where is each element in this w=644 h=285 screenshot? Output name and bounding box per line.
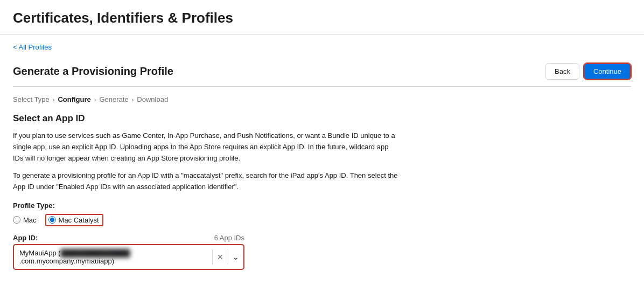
app-id-label-row: App ID: 6 App IDs	[13, 234, 244, 242]
radio-group: Mac Mac Catalyst	[13, 214, 631, 226]
radio-mac-label: Mac	[23, 216, 37, 224]
content-area: < All Profiles Generate a Provisioning P…	[0, 34, 644, 270]
app-id-blurred: ██████████████	[61, 249, 130, 257]
app-id-label: App ID:	[13, 234, 38, 242]
app-id-clear-button[interactable]: ✕	[213, 251, 228, 263]
radio-mac-input[interactable]	[13, 216, 20, 224]
step-configure: Configure	[58, 95, 90, 103]
breadcrumb: < All Profiles	[13, 34, 631, 57]
step-select-type: Select Type	[13, 95, 50, 103]
steps-row: Select Type › Configure › Generate › Dow…	[13, 87, 631, 113]
app-id-suffix: .com.mycompany.mymauiapp)	[19, 257, 114, 265]
app-id-section: App ID: 6 App IDs MyMauiApp (███████████…	[13, 234, 631, 270]
chevron-icon-2: ›	[94, 96, 96, 103]
select-app-id-title: Select an App ID	[13, 113, 631, 124]
app-id-value: MyMauiApp (██████████████.com.mycompany.…	[14, 245, 212, 269]
app-id-dropdown-button[interactable]: ⌄	[228, 251, 243, 263]
button-group: Back Continue	[545, 63, 631, 80]
chevron-down-icon: ⌄	[233, 253, 239, 261]
step-generate: Generate	[99, 95, 128, 103]
page-title: Certificates, Identifiers & Profiles	[13, 10, 631, 26]
chevron-icon-1: ›	[53, 96, 55, 103]
app-id-count: 6 App IDs	[214, 234, 244, 242]
section-title: Generate a Provisioning Profile	[13, 65, 173, 78]
description-1: If you plan to use services such as Game…	[13, 130, 401, 164]
app-id-prefix: MyMauiApp (	[19, 249, 61, 257]
step-download: Download	[137, 95, 168, 103]
select-app-id-section: Select an App ID If you plan to use serv…	[13, 113, 631, 270]
radio-mac-catalyst[interactable]: Mac Catalyst	[45, 214, 103, 226]
page-header: Certificates, Identifiers & Profiles	[0, 0, 644, 34]
back-button[interactable]: Back	[545, 63, 579, 80]
all-profiles-link[interactable]: < All Profiles	[13, 43, 52, 51]
continue-button[interactable]: Continue	[584, 63, 631, 80]
app-id-select-wrapper[interactable]: MyMauiApp (██████████████.com.mycompany.…	[13, 244, 244, 270]
radio-mac-catalyst-label: Mac Catalyst	[59, 216, 99, 224]
chevron-icon-3: ›	[132, 96, 134, 103]
section-header: Generate a Provisioning Profile Back Con…	[13, 57, 631, 87]
description-2: To generate a provisioning profile for a…	[13, 170, 401, 193]
radio-mac-catalyst-input[interactable]	[48, 216, 56, 224]
radio-mac[interactable]: Mac	[13, 216, 37, 224]
profile-type-label: Profile Type:	[13, 201, 631, 210]
